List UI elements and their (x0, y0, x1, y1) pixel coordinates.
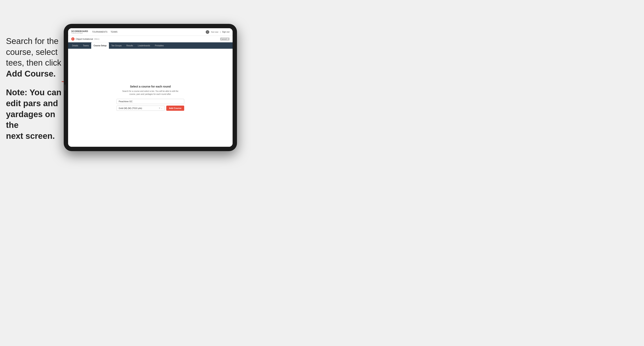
tab-printables[interactable]: Printables (152, 42, 166, 49)
logo-sub: Powered by clippd (71, 32, 88, 34)
annotation-line1: Search for the (6, 36, 58, 46)
add-course-button[interactable]: Add Course (166, 106, 184, 111)
nav-link-tournaments[interactable]: TOURNAMENTS (92, 31, 107, 33)
annotation-note: Note: You can edit pars and yardages on … (6, 87, 62, 141)
tablet-side-button (64, 85, 65, 90)
nav-link-teams[interactable]: TEAMS (111, 31, 118, 33)
signout-link[interactable]: Sign out (222, 31, 230, 33)
tournament-subtitle: (Men) (94, 38, 99, 40)
annotation-line2: course, select (6, 47, 58, 57)
top-nav: SCOREBOARD Powered by clippd TOURNAMENTS… (68, 28, 232, 36)
tournament-name: Clippd Invitational (76, 38, 93, 40)
course-search-input[interactable] (116, 99, 184, 104)
tablet-device: SCOREBOARD Powered by clippd TOURNAMENTS… (64, 24, 237, 151)
panel-desc: Search for a course and select a tee. Yo… (116, 90, 184, 96)
user-label: Test User (211, 31, 218, 33)
tee-select-icons: ✕ ⌄ (159, 107, 162, 109)
logo-area: SCOREBOARD Powered by clippd (71, 30, 88, 34)
tab-bar: Details Teams Course Setup Tee Groups Re… (68, 42, 232, 49)
annotation-area: Search for the course, select tees, then… (6, 36, 62, 141)
tab-leaderboards[interactable]: Leaderboards (136, 42, 152, 49)
tee-row: Gold (M) (M) (7010 yds) ✕ ⌄ Add Course (116, 106, 184, 111)
course-setup-panel: Select a course for each round Search fo… (116, 85, 184, 111)
nav-links: TOURNAMENTS TEAMS (92, 31, 118, 33)
note-line1: Note: You can (6, 88, 61, 97)
cancel-button[interactable]: Cancel ✕ (220, 38, 230, 40)
note-line2: edit pars and (6, 99, 58, 108)
panel-title: Select a course for each round (116, 85, 184, 88)
nav-separator: | (220, 31, 220, 33)
logo-text: SCOREBOARD (71, 30, 88, 32)
tablet-screen: SCOREBOARD Powered by clippd TOURNAMENTS… (68, 28, 232, 147)
tab-teams[interactable]: Teams (81, 42, 91, 49)
annotation-line4: Add Course. (6, 69, 56, 78)
tab-tee-groups[interactable]: Tee Groups (109, 42, 124, 49)
tee-select-value: Gold (M) (M) (7010 yds) (119, 107, 142, 109)
nav-left: SCOREBOARD Powered by clippd TOURNAMENTS… (71, 30, 118, 34)
note-line3: yardages on the (6, 110, 55, 130)
clippd-icon: C (71, 37, 74, 40)
note-line4: next screen. (6, 131, 55, 141)
main-content: Select a course for each round Search fo… (68, 49, 232, 147)
user-avatar: U (206, 30, 209, 34)
nav-right: U Test User | Sign out (206, 30, 230, 34)
tee-select[interactable]: Gold (M) (M) (7010 yds) ✕ ⌄ (116, 106, 165, 111)
annotation-line3: tees, then click (6, 58, 61, 67)
tournament-title: C Clippd Invitational (Men) (71, 37, 99, 40)
tournament-header: C Clippd Invitational (Men) Cancel ✕ (68, 36, 232, 42)
tab-course-setup[interactable]: Course Setup (91, 42, 109, 49)
annotation-text: Search for the course, select tees, then… (6, 36, 62, 79)
tab-results[interactable]: Results (124, 42, 136, 49)
tab-details[interactable]: Details (70, 42, 81, 49)
